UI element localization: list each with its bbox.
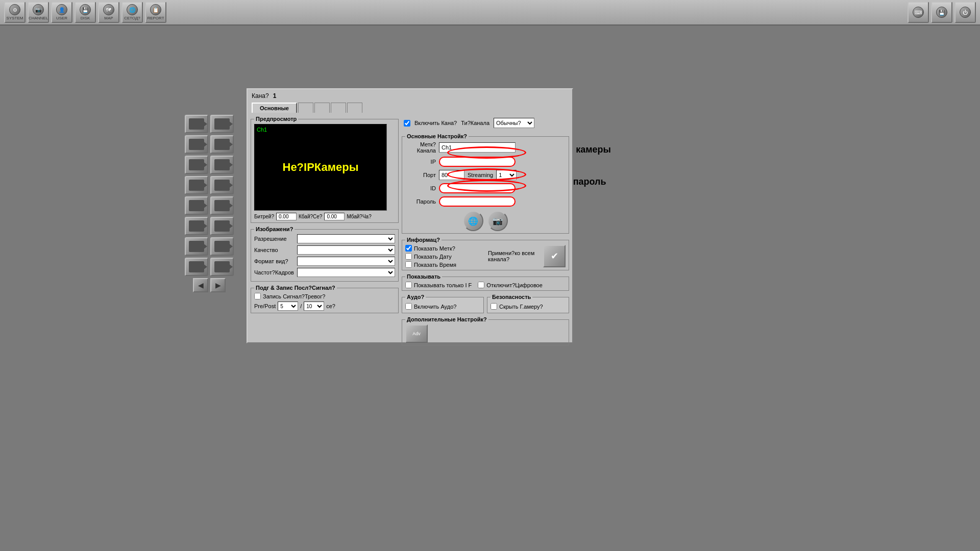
- hide-camera-label: Скрыть Г.амеру?: [499, 304, 543, 310]
- advanced-label: Adv: [412, 331, 421, 336]
- user-label: USER: [56, 16, 67, 20]
- no-camera-text: Не?IPКамеры: [282, 161, 358, 174]
- camera-btn-1[interactable]: [185, 115, 208, 133]
- show-if-checkbox[interactable]: [405, 282, 412, 288]
- disk-button[interactable]: 💾 DISK: [75, 2, 96, 23]
- camera-nav: ◀ ▶: [185, 278, 234, 292]
- additional-legend: Дополнительные Настройк?: [405, 316, 488, 322]
- camera-btn-9[interactable]: [185, 196, 208, 215]
- resolution-select[interactable]: [297, 234, 395, 243]
- port-input[interactable]: [439, 170, 464, 180]
- video-format-select[interactable]: [297, 257, 395, 266]
- camera-icon-7: [189, 180, 204, 191]
- apply-all-button[interactable]: ✔: [543, 245, 566, 267]
- record-checkbox[interactable]: [254, 293, 261, 299]
- enable-channel-row: Включить Кана? Ти?Канала Обычны?: [402, 116, 569, 130]
- apply-all-label: Примени?ко всем канала?: [488, 250, 539, 262]
- image-legend: Изображени?: [254, 226, 295, 232]
- globe-button[interactable]: 🌐: [463, 211, 483, 231]
- info-section: Информац? Показать Метк? Показать Дату: [402, 237, 569, 270]
- quality-select[interactable]: [297, 245, 395, 255]
- disable-digital-checkbox[interactable]: [478, 282, 484, 288]
- disk-icon: 💾: [80, 4, 91, 15]
- pre-select[interactable]: 5: [278, 302, 298, 311]
- ip-label: IP: [405, 159, 436, 165]
- show-time-checkbox[interactable]: [405, 261, 412, 268]
- display-row: Показывать только I F Отключит?Цифровое: [405, 282, 566, 288]
- tab-3[interactable]: [314, 103, 330, 113]
- channel-name-input[interactable]: [439, 142, 516, 153]
- camera-btn-6[interactable]: [210, 156, 234, 174]
- channel-button[interactable]: 📷 CHANNEL: [28, 2, 49, 23]
- advanced-button[interactable]: Adv: [405, 324, 428, 343]
- camera-btn-11[interactable]: [185, 217, 208, 235]
- user-button[interactable]: 👤 USER: [51, 2, 72, 23]
- report-button[interactable]: 📋 REPORT: [145, 2, 166, 23]
- tab-4[interactable]: [331, 103, 346, 113]
- pre-post-label: Pre/Post: [254, 303, 276, 309]
- save-button[interactable]: 💾: [931, 2, 952, 23]
- camera-icon-9: [189, 200, 204, 211]
- audio-security-row: Аудо? Включить Аудо? Безопасность Скрыть…: [402, 294, 569, 313]
- dialog-body: Предпросмотр Ch1 Не?IPКамеры Битрей? 0.0…: [248, 113, 572, 335]
- system-button[interactable]: ⚙ SYSTEM: [4, 2, 26, 23]
- enable-audio-checkbox[interactable]: [405, 303, 412, 310]
- map-button[interactable]: 🗺 MAP: [98, 2, 119, 23]
- tab-basic[interactable]: Основные: [252, 103, 297, 113]
- network-label: СЕТОД?: [124, 16, 140, 20]
- camera-btn-16[interactable]: [210, 258, 234, 276]
- camera-btn-8[interactable]: [210, 176, 234, 194]
- main-settings-section: Основные Настройк? Метк?Канала IP Порт S…: [402, 133, 569, 234]
- ip-row: IP: [405, 157, 566, 167]
- keyboard-button[interactable]: ⌨: [908, 2, 929, 23]
- streaming-label: Streaming: [468, 172, 493, 178]
- hide-camera-row: Скрыть Г.амеру?: [491, 303, 566, 310]
- camera-search-button[interactable]: 📷: [487, 211, 508, 231]
- power-button[interactable]: ⏻: [954, 2, 976, 23]
- camera-icon-14: [214, 241, 230, 252]
- enable-channel-checkbox[interactable]: [404, 120, 410, 127]
- id-input[interactable]: [439, 183, 516, 193]
- ip-input[interactable]: [439, 157, 516, 167]
- camera-prev-button[interactable]: ◀: [193, 278, 208, 292]
- channel-label: CHANNEL: [29, 16, 48, 20]
- camera-btn-4[interactable]: [210, 135, 234, 154]
- password-input[interactable]: [439, 196, 516, 207]
- show-label-row: Показать Метк?: [405, 245, 456, 252]
- camera-btn-3[interactable]: [185, 135, 208, 154]
- camera-btn-10[interactable]: [210, 196, 234, 215]
- image-settings-section: Изображени? Разрешение Качество Формат в…: [251, 226, 399, 282]
- disable-digital-label: Отключит?Цифровое: [486, 282, 543, 288]
- camera-icon-15: [189, 261, 204, 272]
- channel-type-select[interactable]: Обычны?: [494, 118, 534, 128]
- camera-icon-12: [214, 220, 230, 232]
- audio-legend: Аудо?: [405, 294, 426, 300]
- camera-icon-16: [214, 261, 230, 272]
- camera-btn-7[interactable]: [185, 176, 208, 194]
- show-date-checkbox[interactable]: [405, 253, 412, 260]
- tab-5[interactable]: [347, 103, 362, 113]
- tab-2[interactable]: [298, 103, 313, 113]
- record-label: Запись Сигнал?Тревог?: [263, 293, 325, 299]
- streaming-select[interactable]: 1: [496, 170, 517, 180]
- preview-legend: Предпросмотр: [254, 116, 298, 122]
- camera-next-button[interactable]: ▶: [210, 278, 226, 292]
- preview-stats: Битрей? 0.00 Кбай?Се? 0.00 Мбай?Ча?: [254, 213, 395, 220]
- camera-btn-14[interactable]: [210, 237, 234, 256]
- main-area: ip адрес камеры логин и пароль ◀ ▶: [0, 26, 980, 551]
- camera-btn-12[interactable]: [210, 217, 234, 235]
- show-label-checkbox[interactable]: [405, 245, 412, 252]
- fps-row: Частот?Кадров: [254, 268, 395, 277]
- pre-post-row: Pre/Post 5 / 10 се?: [254, 302, 395, 311]
- camera-btn-2[interactable]: [210, 115, 234, 133]
- camera-btn-13[interactable]: [185, 237, 208, 256]
- security-legend: Безопасность: [491, 294, 532, 300]
- show-date-text: Показать Дату: [414, 254, 452, 260]
- show-if-row: Показывать только I F: [405, 282, 472, 288]
- fps-select[interactable]: [297, 268, 395, 277]
- camera-btn-15[interactable]: [185, 258, 208, 276]
- hide-camera-checkbox[interactable]: [491, 303, 497, 310]
- post-select[interactable]: 10: [304, 302, 324, 311]
- camera-btn-5[interactable]: [185, 156, 208, 174]
- network-button[interactable]: 🌐 СЕТОД?: [121, 2, 143, 23]
